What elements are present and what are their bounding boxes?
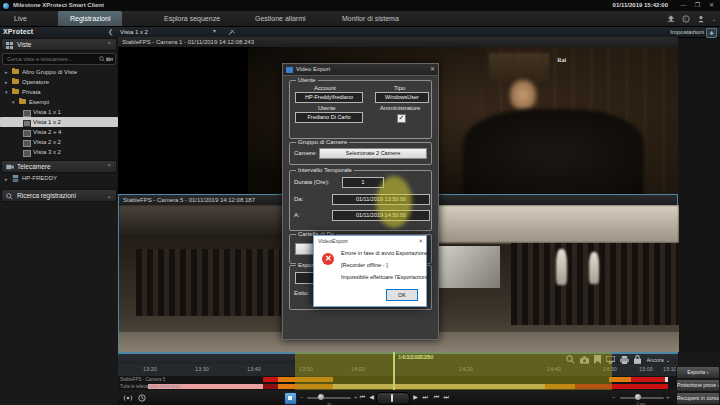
range-slider-knob[interactable] bbox=[635, 394, 641, 400]
da-label: Da: bbox=[294, 196, 303, 202]
setup-pin-icon[interactable] bbox=[228, 29, 236, 36]
durata-field[interactable]: 1 bbox=[342, 177, 384, 188]
range-plus-icon[interactable]: + bbox=[666, 393, 670, 402]
tree-item-esempi[interactable]: ▾ Esempi bbox=[0, 97, 118, 107]
export-time-selection[interactable] bbox=[295, 352, 612, 390]
chevron-down-icon[interactable]: ⌄ bbox=[712, 16, 716, 22]
panel-ricerca-header[interactable]: Ricerca registrazioni ⌄ bbox=[1, 189, 117, 202]
speed-slider-knob[interactable] bbox=[318, 394, 324, 400]
collapse-chevron-icon[interactable]: ⌃ bbox=[107, 39, 112, 50]
error-ok-button[interactable]: OK bbox=[386, 289, 418, 301]
tab-live[interactable]: Live bbox=[2, 11, 39, 26]
settings-label[interactable]: Impostazioni bbox=[670, 29, 704, 35]
help-icon[interactable]: i bbox=[682, 15, 690, 23]
view-layout-icon bbox=[23, 130, 31, 137]
more-menu[interactable]: Ancora ⌄ bbox=[646, 357, 670, 363]
expander-icon[interactable]: ▸ bbox=[5, 174, 8, 184]
close-icon[interactable]: ✕ bbox=[430, 64, 435, 75]
protezione-prove-button[interactable]: Protezione prove ▾ bbox=[676, 379, 720, 392]
panel-viste-title: Viste bbox=[17, 39, 31, 50]
search-input[interactable] bbox=[5, 54, 101, 64]
lock-icon[interactable] bbox=[634, 355, 641, 364]
tick-label: 15:00 bbox=[639, 366, 653, 372]
tab-registrazioni[interactable]: Registrazioni bbox=[58, 11, 122, 26]
prev-frame-button[interactable]: ⏮ bbox=[358, 393, 367, 402]
jog-wheel[interactable] bbox=[376, 392, 410, 405]
tree-item-vista-2plus4[interactable]: Vista 2 + 4 bbox=[0, 127, 118, 137]
camere-selection-button[interactable]: Selezionate 2 Camere bbox=[319, 148, 427, 159]
tree-item-privata[interactable]: ▾ Privata bbox=[0, 87, 118, 97]
tree-item-operatore[interactable]: ▸ Operatore bbox=[0, 77, 118, 87]
range-slider-track[interactable] bbox=[620, 397, 664, 399]
tab-monitor-di-sistema[interactable]: Monitor di sistema bbox=[330, 11, 411, 26]
expander-icon[interactable]: ▸ bbox=[5, 77, 8, 87]
playhead[interactable] bbox=[393, 352, 395, 390]
recupero-button[interactable]: Recupero in corso... bbox=[676, 392, 720, 405]
view-selector-dropdown-icon[interactable]: ▾ bbox=[213, 27, 216, 34]
time-clock-icon[interactable] bbox=[138, 394, 146, 402]
minimize-button[interactable]: — bbox=[677, 1, 690, 10]
panel-telecamere-title: Telecamere bbox=[17, 161, 51, 172]
camera-panel-icon bbox=[6, 164, 14, 170]
amministratore-checkbox[interactable] bbox=[397, 114, 406, 123]
camere-label: Camere: bbox=[294, 150, 317, 156]
xprotect-logo: XProtect bbox=[3, 28, 33, 35]
close-button[interactable]: ✕ bbox=[705, 1, 718, 10]
tab-esplora-sequenze[interactable]: Esplora sequenze bbox=[152, 11, 232, 26]
search-icon[interactable] bbox=[99, 56, 105, 62]
amministratore-label: Amministratore bbox=[380, 105, 420, 111]
track2-label: Tutte le telecamere nella vista bbox=[120, 384, 180, 389]
highlight-annotation bbox=[376, 176, 412, 228]
account-label: Account bbox=[314, 85, 336, 91]
view-selector[interactable]: Vista 1 x 2 bbox=[120, 29, 148, 35]
playback-mode-toggle[interactable] bbox=[284, 392, 297, 405]
play-forward-button[interactable]: ▶ bbox=[411, 393, 420, 402]
tab-gestione-allarmi[interactable]: Gestione allarmi bbox=[243, 11, 318, 26]
durata-label: Durata (Ore): bbox=[294, 179, 329, 185]
tree-item-vista-2x2[interactable]: Vista 2 x 2 bbox=[0, 137, 118, 147]
next-frame-button[interactable]: ⏭ bbox=[421, 393, 430, 402]
camera-filter-icon[interactable] bbox=[106, 56, 113, 62]
tree-item-vista-1x2-selected[interactable]: Vista 1 x 2 bbox=[0, 117, 118, 127]
expand-chevron-icon[interactable]: ⌄ bbox=[107, 190, 112, 201]
utente-field[interactable]: Frediano Di Carlo bbox=[295, 112, 363, 123]
speed-slider-track[interactable] bbox=[307, 397, 351, 399]
video-mannequin bbox=[556, 249, 567, 285]
play-backward-button[interactable]: ◀ bbox=[367, 393, 376, 402]
error-dialog-titlebar[interactable]: VideoExport ✕ bbox=[314, 236, 426, 246]
next-sequence-button[interactable]: ⏭ bbox=[442, 393, 451, 402]
esporta-timeline-button[interactable]: Esporta ▾ bbox=[676, 366, 720, 379]
tree-item-vista-1x1[interactable]: Vista 1 x 1 bbox=[0, 107, 118, 117]
expander-icon[interactable]: ▾ bbox=[5, 87, 8, 97]
export-dialog-titlebar[interactable]: Video Export ✕ bbox=[283, 64, 438, 76]
maximize-button[interactable]: ❐ bbox=[691, 1, 704, 10]
share-icon[interactable] bbox=[667, 15, 675, 23]
videoexport-error-dialog: VideoExport ✕ Errore in fase di avvio Es… bbox=[313, 235, 427, 307]
panel-viste-header[interactable]: Viste ⌃ bbox=[1, 38, 117, 51]
tipo-field[interactable]: WindowsUser bbox=[375, 92, 429, 103]
collapse-chevron-icon[interactable]: ⌃ bbox=[107, 161, 112, 172]
video-background bbox=[410, 205, 679, 243]
sidebar: Viste ⌃ ▸ Altro Gruppo di Viste ▸ Operat… bbox=[0, 37, 119, 405]
range-minus-icon[interactable]: − bbox=[612, 393, 616, 402]
speed-minus-icon[interactable]: − bbox=[300, 393, 304, 402]
account-field[interactable]: HP-Freddy\frediano bbox=[295, 92, 363, 103]
view-search-box bbox=[2, 53, 116, 65]
print-icon[interactable] bbox=[620, 356, 629, 364]
close-icon[interactable]: ✕ bbox=[418, 236, 423, 246]
settings-gear-icon[interactable]: ✚ bbox=[706, 28, 717, 38]
speed-plus-icon[interactable]: + bbox=[354, 393, 358, 402]
camera1-title: StableFPS - Camera 1 - 01/11/2019 14:12:… bbox=[122, 39, 254, 45]
expander-icon[interactable]: ▸ bbox=[5, 67, 8, 77]
live-broadcast-icon[interactable] bbox=[123, 394, 133, 402]
tree-item-altro-gruppo[interactable]: ▸ Altro Gruppo di Viste bbox=[0, 67, 118, 77]
camera-server-item[interactable]: ▸ HP-FREDDY bbox=[0, 173, 118, 183]
prev-sequence-button[interactable]: ⏮ bbox=[432, 393, 441, 402]
user-profile-icon[interactable] bbox=[697, 15, 705, 23]
tree-item-vista-3x2[interactable]: Vista 3 x 2 bbox=[0, 147, 118, 157]
panel-telecamere-header[interactable]: Telecamere ⌃ bbox=[1, 160, 117, 173]
expander-icon[interactable]: ▾ bbox=[12, 97, 15, 107]
window-titlebar: Milestone XProtect Smart Client 01/11/20… bbox=[0, 0, 720, 11]
video-person bbox=[463, 109, 644, 195]
back-arrow-icon[interactable]: ❮ bbox=[108, 28, 113, 35]
